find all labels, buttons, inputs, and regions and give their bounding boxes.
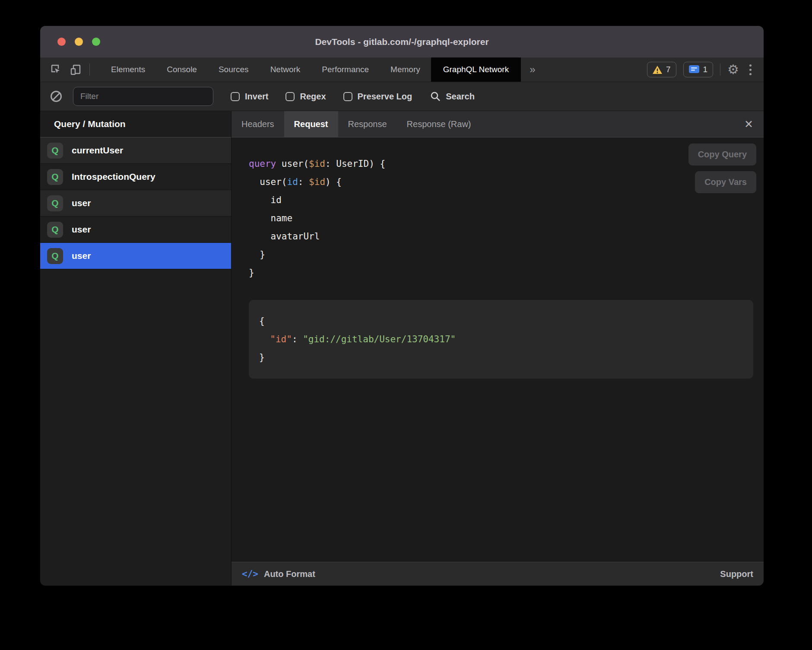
- code-line: user(id: $id) {: [249, 173, 753, 191]
- tab-request[interactable]: Request: [284, 111, 338, 137]
- tab-graphql-network[interactable]: GraphQL Network: [431, 57, 521, 82]
- tab-memory[interactable]: Memory: [380, 57, 431, 82]
- invert-label: Invert: [245, 92, 268, 102]
- code-token: query: [249, 159, 276, 169]
- auto-format-button[interactable]: </> Auto Format: [242, 569, 315, 579]
- device-toolbar-icon[interactable]: [70, 64, 82, 76]
- preserve-log-checkbox[interactable]: [343, 92, 352, 101]
- regex-checkbox[interactable]: [285, 92, 295, 101]
- query-list-sidebar: Query / Mutation QcurrentUserQIntrospect…: [40, 111, 232, 586]
- code-token: $id: [309, 177, 325, 187]
- tab-sources[interactable]: Sources: [208, 57, 260, 82]
- warnings-count: 7: [666, 65, 671, 74]
- search-control[interactable]: Search: [430, 91, 475, 102]
- code-line: "id": "gid://gitlab/User/13704317": [259, 330, 743, 348]
- toolbar-divider: [720, 64, 720, 76]
- copy-vars-button[interactable]: Copy Vars: [695, 171, 756, 193]
- list-item-label: IntrospectionQuery: [72, 172, 155, 182]
- tab-response-raw[interactable]: Response (Raw): [397, 111, 481, 137]
- list-item-label: user: [72, 224, 91, 235]
- clear-filter-icon[interactable]: [51, 91, 62, 102]
- devtools-window: DevTools - gitlab.com/-/graphql-explorer…: [40, 26, 764, 586]
- code-line: id: [249, 191, 753, 209]
- tab-performance[interactable]: Performance: [311, 57, 380, 82]
- code-brackets-icon: </>: [242, 569, 258, 579]
- query-badge: Q: [47, 143, 63, 159]
- code-token: id: [287, 177, 298, 187]
- warning-icon: [653, 66, 662, 74]
- warnings-badge[interactable]: 7: [647, 62, 676, 77]
- code-token: "id": [270, 334, 292, 344]
- query-badge: Q: [47, 195, 63, 211]
- title-bar: DevTools - gitlab.com/-/graphql-explorer: [40, 26, 764, 57]
- code-line: name: [249, 209, 753, 227]
- preserve-log-label: Preserve Log: [358, 92, 412, 102]
- code-token: ) {: [325, 177, 342, 187]
- auto-format-label: Auto Format: [264, 569, 315, 579]
- sidebar-header: Query / Mutation: [40, 111, 231, 137]
- code-token: user(: [249, 177, 287, 187]
- copy-query-button[interactable]: Copy Query: [688, 143, 756, 166]
- search-icon: [430, 91, 441, 102]
- code-token: name: [249, 213, 292, 223]
- query-variables-box: { "id": "gid://gitlab/User/13704317"}: [249, 300, 753, 379]
- list-item[interactable]: QIntrospectionQuery: [40, 164, 231, 190]
- devtools-toolbar: Elements Console Sources Network Perform…: [40, 57, 764, 82]
- query-list: QcurrentUserQIntrospectionQueryQuserQuse…: [40, 137, 231, 269]
- list-item-label: user: [72, 251, 91, 261]
- code-token: :: [298, 177, 309, 187]
- tab-response[interactable]: Response: [338, 111, 397, 137]
- code-token: avatarUrl: [249, 231, 320, 242]
- regex-label: Regex: [300, 92, 326, 102]
- filter-input[interactable]: [73, 87, 213, 106]
- window-title: DevTools - gitlab.com/-/graphql-explorer: [40, 37, 764, 47]
- detail-panel: Headers Request Response Response (Raw) …: [232, 111, 764, 586]
- code-token: : UserID) {: [325, 159, 385, 169]
- messages-badge[interactable]: 1: [683, 62, 714, 77]
- code-token: }: [249, 249, 265, 260]
- list-item-label: user: [72, 198, 91, 208]
- query-badge: Q: [47, 169, 63, 185]
- inspect-element-icon[interactable]: [50, 64, 62, 76]
- regex-checkbox-group[interactable]: Regex: [285, 92, 326, 102]
- search-label: Search: [446, 92, 475, 102]
- tab-console[interactable]: Console: [156, 57, 208, 82]
- tab-elements[interactable]: Elements: [100, 57, 156, 82]
- support-link[interactable]: Support: [720, 569, 753, 579]
- code-line: }: [249, 264, 753, 282]
- settings-gear-icon[interactable]: ⚙: [727, 63, 739, 76]
- list-item[interactable]: Quser: [40, 217, 231, 243]
- code-token: user(: [276, 159, 309, 169]
- list-item[interactable]: Quser: [40, 190, 231, 217]
- query-variables-code: { "id": "gid://gitlab/User/13704317"}: [259, 312, 743, 366]
- detail-tab-strip: Headers Request Response Response (Raw) …: [232, 111, 764, 137]
- code-token: id: [249, 195, 282, 205]
- toolbar-divider: [89, 64, 90, 76]
- invert-checkbox-group[interactable]: Invert: [231, 92, 268, 102]
- list-item-label: currentUser: [72, 145, 123, 156]
- code-token: $id: [309, 159, 325, 169]
- message-icon: [689, 65, 699, 74]
- main-tab-strip: Elements Console Sources Network Perform…: [100, 57, 544, 82]
- more-tabs-icon[interactable]: »: [521, 57, 544, 82]
- code-token: }: [249, 268, 254, 278]
- close-panel-icon[interactable]: ✕: [742, 111, 756, 137]
- kebab-menu-icon[interactable]: [746, 63, 755, 77]
- tab-headers[interactable]: Headers: [232, 111, 284, 137]
- code-line: avatarUrl: [249, 227, 753, 245]
- code-token: {: [259, 316, 265, 326]
- messages-count: 1: [703, 65, 708, 74]
- filter-bar: Invert Regex Preserve Log Search: [40, 82, 764, 111]
- code-token: }: [259, 352, 265, 363]
- list-item[interactable]: QcurrentUser: [40, 137, 231, 164]
- panel-footer: </> Auto Format Support: [232, 562, 764, 586]
- code-line: }: [249, 245, 753, 264]
- preserve-log-checkbox-group[interactable]: Preserve Log: [343, 92, 412, 102]
- tab-network[interactable]: Network: [260, 57, 311, 82]
- code-line: {: [259, 312, 743, 330]
- request-content: query user($id: UserID) { user(id: $id) …: [232, 137, 764, 562]
- list-item[interactable]: Quser: [40, 243, 231, 269]
- query-badge: Q: [47, 222, 63, 238]
- invert-checkbox[interactable]: [231, 92, 240, 101]
- code-line: }: [259, 348, 743, 366]
